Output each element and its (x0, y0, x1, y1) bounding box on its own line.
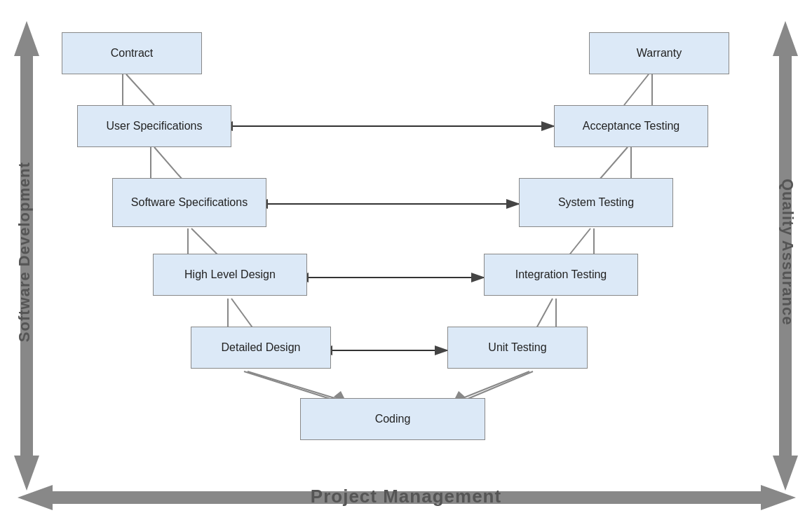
software-development-label: Software Development (7, 35, 42, 470)
contract-box: Contract (62, 32, 202, 74)
high-level-design-box: High Level Design (153, 254, 307, 296)
diagram-svg (0, 0, 812, 520)
software-spec-box: Software Specifications (112, 178, 266, 227)
quality-assurance-label: Quality Assurance (770, 35, 805, 470)
svg-line-35 (568, 228, 590, 256)
acceptance-testing-box: Acceptance Testing (554, 105, 708, 147)
svg-line-27 (244, 371, 337, 401)
system-testing-box: System Testing (519, 178, 673, 227)
svg-line-31 (624, 74, 649, 105)
svg-line-22 (154, 147, 182, 179)
user-spec-box: User Specifications (77, 105, 231, 147)
integration-testing-box: Integration Testing (484, 254, 638, 296)
svg-line-33 (600, 147, 628, 179)
svg-line-20 (126, 74, 154, 105)
svg-line-39 (456, 371, 529, 401)
svg-line-24 (191, 228, 219, 256)
coding-box: Coding (300, 398, 485, 440)
svg-line-28 (248, 371, 344, 401)
diagram-container: Contract Warranty User Specifications Ac… (0, 0, 812, 520)
unit-testing-box: Unit Testing (447, 327, 588, 369)
detailed-design-box: Detailed Design (191, 327, 331, 369)
project-management-label: Project Management (42, 486, 770, 507)
warranty-box: Warranty (589, 32, 729, 74)
svg-line-37 (536, 299, 553, 329)
svg-line-26 (231, 299, 254, 329)
svg-line-38 (463, 371, 533, 401)
